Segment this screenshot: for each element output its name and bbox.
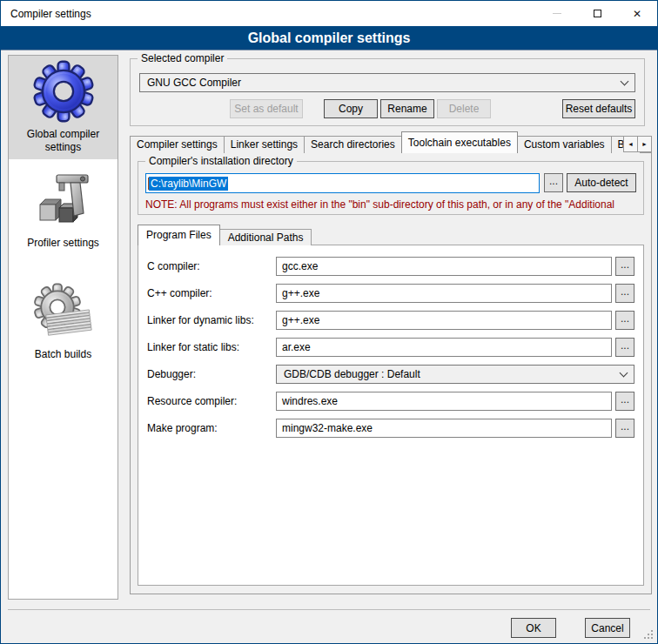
static-linker-row: Linker for static libs: ar.exe ... [147, 338, 634, 357]
copy-button[interactable]: Copy [324, 99, 378, 118]
tab-toolchain-executables[interactable]: Toolchain executables [401, 131, 518, 153]
static-linker-label: Linker for static libs: [147, 341, 276, 353]
titlebar: Compiler settings ✕ [1, 1, 657, 26]
reset-defaults-button[interactable]: Reset defaults [562, 99, 635, 118]
sidebar-item-label: Global compiler settings [10, 126, 116, 154]
installation-directory-group: Compiler's installation directory C:\ray… [138, 161, 644, 215]
titlebar-buttons: ✕ [537, 1, 657, 26]
compiler-actions: Set as default Copy Rename Delete Reset … [139, 99, 635, 118]
arrow-right-icon: ► [641, 141, 648, 147]
sidebar-item-label: Batch builds [10, 346, 116, 361]
debugger-select[interactable]: GDB/CDB debugger : Default [276, 365, 634, 384]
sidebar-item-label: Profiler settings [10, 235, 116, 250]
selected-compiler-value: GNU GCC Compiler [147, 77, 241, 89]
files-tab-bar: Program Files Additional Paths [138, 224, 311, 245]
resize-grip[interactable] [644, 630, 653, 639]
tab-scroll-buttons: ◄ ► [624, 136, 652, 152]
sidebar-item-profiler-settings[interactable]: Profiler settings [9, 166, 118, 255]
installation-path-row: C:\raylib\MinGW ... Auto-detect [145, 173, 636, 193]
resource-compiler-label: Resource compiler: [147, 395, 276, 407]
make-program-row: Make program: mingw32-make.exe ... [147, 419, 634, 438]
dialog-buttons: OK Cancel [511, 618, 630, 638]
arrow-left-icon: ◄ [628, 141, 634, 147]
browse-button[interactable]: ... [615, 419, 634, 438]
tab-scroll-left-button[interactable]: ◄ [623, 136, 638, 152]
static-linker-input[interactable]: ar.exe [276, 338, 612, 357]
tab-compiler-settings[interactable]: Compiler settings [130, 136, 225, 153]
footer-divider [8, 609, 650, 610]
debugger-value: GDB/CDB debugger : Default [284, 368, 420, 380]
cpp-compiler-input[interactable]: g++.exe [276, 284, 612, 303]
rename-button[interactable]: Rename [380, 99, 434, 118]
close-button[interactable]: ✕ [617, 1, 657, 26]
set-as-default-button[interactable]: Set as default [230, 99, 303, 118]
installation-directory-input[interactable]: C:\raylib\MinGW [145, 173, 540, 193]
note-text: NOTE: All programs must exist either in … [145, 198, 642, 211]
c-compiler-input[interactable]: gcc.exe [276, 257, 612, 276]
settings-category-list: Global compiler settings [8, 55, 118, 600]
program-files-panel: C compiler: gcc.exe ... C++ compiler: g+… [138, 245, 644, 586]
browse-button[interactable]: ... [615, 338, 634, 357]
tab-scroll-right-button[interactable]: ► [637, 136, 652, 152]
sidebar-spacer [9, 159, 118, 166]
sidebar-item-batch-builds[interactable]: Batch builds [9, 279, 118, 366]
toolchain-tab-bar: Compiler settings Linker settings Search… [130, 131, 652, 153]
page-title: Global compiler settings [1, 26, 657, 50]
resource-compiler-row: Resource compiler: windres.exe ... [147, 392, 634, 411]
browse-button[interactable]: ... [615, 311, 634, 330]
tab-additional-paths[interactable]: Additional Paths [219, 229, 312, 245]
group-title: Compiler's installation directory [145, 155, 297, 168]
caliper-icon [33, 170, 94, 232]
debugger-row: Debugger: GDB/CDB debugger : Default [147, 365, 634, 384]
grey-gear-stack-icon [33, 283, 94, 344]
chevron-down-icon [621, 77, 629, 85]
dynamic-linker-row: Linker for dynamic libs: g++.exe ... [147, 311, 634, 330]
c-compiler-label: C compiler: [147, 260, 276, 272]
toolchain-executables-panel: Compiler's installation directory C:\ray… [130, 152, 652, 594]
selected-compiler-group: Selected compiler GNU GCC Compiler Set a… [130, 58, 645, 126]
debugger-label: Debugger: [147, 368, 276, 380]
make-program-input[interactable]: mingw32-make.exe [276, 419, 612, 438]
sidebar-spacer [9, 255, 118, 279]
minimize-button[interactable] [537, 1, 577, 26]
dynamic-linker-input[interactable]: g++.exe [276, 311, 612, 330]
chevron-down-icon [620, 368, 628, 377]
auto-detect-button[interactable]: Auto-detect [567, 173, 636, 192]
make-program-label: Make program: [147, 422, 276, 434]
browse-button[interactable]: ... [615, 284, 634, 303]
browse-directory-button[interactable]: ... [544, 173, 563, 192]
tab-search-directories[interactable]: Search directories [304, 136, 402, 153]
maximize-icon [594, 10, 601, 17]
resource-compiler-input[interactable]: windres.exe [276, 392, 612, 411]
minimize-icon [553, 13, 561, 14]
sidebar-item-global-compiler-settings[interactable]: Global compiler settings [9, 56, 118, 159]
tab-program-files[interactable]: Program Files [138, 225, 220, 245]
cpp-compiler-row: C++ compiler: g++.exe ... [147, 284, 634, 303]
window-title: Compiler settings [10, 8, 91, 20]
delete-button[interactable]: Delete [437, 99, 491, 118]
selected-path-text: C:\raylib\MinGW [149, 177, 228, 191]
tab-linker-settings[interactable]: Linker settings [224, 136, 305, 153]
close-icon: ✕ [633, 9, 641, 19]
c-compiler-row: C compiler: gcc.exe ... [147, 257, 634, 276]
selected-compiler-select[interactable]: GNU GCC Compiler [139, 73, 635, 92]
ok-button[interactable]: OK [511, 618, 556, 638]
dynamic-linker-label: Linker for dynamic libs: [147, 314, 276, 326]
maximize-button[interactable] [577, 1, 617, 26]
browse-button[interactable]: ... [615, 392, 634, 411]
browse-button[interactable]: ... [615, 257, 634, 276]
group-title: Selected compiler [138, 52, 227, 65]
cpp-compiler-label: C++ compiler: [147, 287, 276, 299]
tab-custom-variables[interactable]: Custom variables [517, 136, 612, 153]
cancel-button[interactable]: Cancel [585, 618, 630, 638]
blue-gear-icon [31, 59, 96, 124]
compiler-settings-dialog: Compiler settings ✕ Global compiler sett… [0, 0, 658, 644]
